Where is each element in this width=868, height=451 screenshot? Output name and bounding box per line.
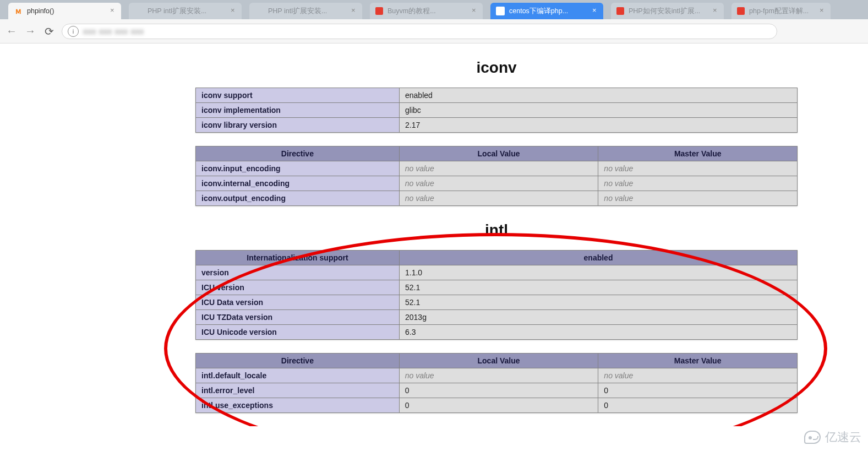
local-value: 0 — [399, 383, 598, 398]
directive-name: iconv.internal_encoding — [196, 176, 400, 191]
tab-bg-4[interactable]: centos下编译php... — [490, 3, 603, 19]
col-intl-enabled: enabled — [400, 251, 798, 265]
master-value: no value — [598, 176, 798, 191]
master-value: 0 — [598, 383, 798, 398]
table-header-row: Directive Local Value Master Value — [196, 146, 798, 161]
tab-bg-6[interactable]: php-fpm配置详解... — [731, 3, 831, 19]
close-icon[interactable] — [110, 7, 117, 14]
close-icon[interactable] — [231, 7, 237, 14]
local-value: no value — [399, 161, 598, 176]
directive-value: 2.17 — [400, 118, 798, 133]
col-master-value: Master Value — [598, 146, 798, 161]
directive-name: iconv.input_encoding — [196, 161, 400, 176]
directive-name: ICU version — [196, 280, 400, 295]
table-row: ICU TZData version2013g — [196, 310, 798, 325]
favicon-moodle-icon: ᴍ — [14, 7, 23, 15]
local-value: 0 — [399, 398, 598, 413]
table-row: iconv supportenabled — [196, 88, 798, 103]
iconv-directive-table: Directive Local Value Master Value iconv… — [195, 146, 798, 206]
directive-name: iconv support — [196, 88, 400, 103]
tab-title: PHP如何安装intl扩展... — [629, 7, 700, 16]
directive-value: 52.1 — [400, 280, 798, 295]
table-row: ICU Data version52.1 — [196, 295, 798, 310]
table-row: iconv.input_encodingno valueno value — [196, 161, 798, 176]
directive-name: version — [196, 265, 400, 280]
tab-title: Buyvm的教程... — [387, 7, 436, 16]
favicon-icon — [255, 7, 264, 15]
section-title-iconv: iconv — [195, 59, 798, 77]
omnibox[interactable]: i xxx xxx xxx xxx — [62, 24, 777, 39]
address-bar: ← → ⟳ i xxx xxx xxx xxx — [0, 19, 868, 44]
col-directive: Directive — [196, 354, 400, 368]
intl-info-table: Internationalization support enabled ver… — [195, 250, 798, 340]
tab-title: phpinfo() — [27, 7, 54, 15]
browser-chrome: ᴍ phpinfo() PHP intl扩展安装... PHP intl扩展安装… — [0, 0, 868, 44]
master-value: 0 — [598, 398, 798, 413]
directive-name: ICU Data version — [196, 295, 400, 310]
table-header-row: Directive Local Value Master Value — [196, 354, 798, 368]
close-icon[interactable] — [592, 7, 599, 14]
master-value: no value — [598, 368, 798, 383]
table-row: iconv library version2.17 — [196, 118, 798, 133]
local-value: no value — [399, 368, 598, 383]
col-intl-support: Internationalization support — [196, 251, 400, 265]
close-icon[interactable] — [351, 7, 358, 14]
tab-strip: ᴍ phpinfo() PHP intl扩展安装... PHP intl扩展安装… — [0, 0, 868, 19]
directive-value: glibc — [400, 103, 798, 118]
table-row: iconv.output_encodingno valueno value — [196, 191, 798, 206]
directive-name: iconv library version — [196, 118, 400, 133]
directive-name: ICU TZData version — [196, 310, 400, 325]
tab-bg-3[interactable]: Buyvm的教程... — [370, 3, 483, 19]
col-directive: Directive — [196, 146, 400, 161]
back-icon[interactable]: ← — [6, 25, 18, 37]
master-value: no value — [598, 191, 798, 206]
directive-value: 52.1 — [400, 295, 798, 310]
iconv-info-table: iconv supportenablediconv implementation… — [195, 88, 798, 133]
directive-name: ICU Unicode version — [196, 325, 400, 340]
directive-name: iconv.output_encoding — [196, 191, 400, 206]
table-row: intl.use_exceptions00 — [196, 398, 798, 413]
col-master-value: Master Value — [598, 354, 798, 368]
directive-name: intl.use_exceptions — [196, 398, 400, 413]
intl-directive-table: Directive Local Value Master Value intl.… — [195, 353, 798, 413]
tab-bg-1[interactable]: PHP intl扩展安装... — [129, 3, 242, 19]
directive-value: enabled — [400, 88, 798, 103]
directive-value: 1.1.0 — [400, 265, 798, 280]
col-local-value: Local Value — [399, 354, 598, 368]
tab-phpinfo[interactable]: ᴍ phpinfo() — [8, 3, 121, 19]
tab-bg-2[interactable]: PHP intl扩展安装... — [249, 3, 362, 19]
table-row: iconv implementationglibc — [196, 103, 798, 118]
tab-title: PHP intl扩展安装... — [148, 7, 206, 16]
forward-icon[interactable]: → — [24, 25, 36, 37]
close-icon[interactable] — [820, 7, 826, 14]
tab-title: centos下编译php... — [509, 7, 568, 16]
directive-name: intl.default_locale — [196, 368, 400, 383]
directive-name: iconv implementation — [196, 103, 400, 118]
reload-icon[interactable]: ⟳ — [43, 25, 55, 37]
tab-title: php-fpm配置详解... — [749, 7, 809, 16]
section-title-intl: intl — [195, 221, 798, 239]
site-info-icon[interactable]: i — [68, 26, 79, 37]
directive-value: 6.3 — [400, 325, 798, 340]
table-row: intl.error_level00 — [196, 383, 798, 398]
page-content: iconv iconv supportenablediconv implemen… — [0, 59, 868, 413]
favicon-icon — [375, 7, 383, 15]
tab-bg-5[interactable]: PHP如何安装intl扩展... — [611, 3, 724, 19]
table-row: iconv.internal_encodingno valueno value — [196, 176, 798, 191]
favicon-icon — [496, 7, 505, 15]
master-value: no value — [598, 161, 798, 176]
table-header-row: Internationalization support enabled — [196, 251, 798, 265]
close-icon[interactable] — [713, 7, 719, 14]
local-value: no value — [399, 176, 598, 191]
table-row: version1.1.0 — [196, 265, 798, 280]
close-icon[interactable] — [472, 7, 478, 14]
col-local-value: Local Value — [399, 146, 598, 161]
table-row: intl.default_localeno valueno value — [196, 368, 798, 383]
local-value: no value — [399, 191, 598, 206]
favicon-icon — [616, 7, 624, 15]
table-row: ICU version52.1 — [196, 280, 798, 295]
directive-value: 2013g — [400, 310, 798, 325]
url-text: xxx xxx xxx xxx — [83, 27, 144, 36]
table-row: ICU Unicode version6.3 — [196, 325, 798, 340]
favicon-icon — [134, 7, 143, 15]
